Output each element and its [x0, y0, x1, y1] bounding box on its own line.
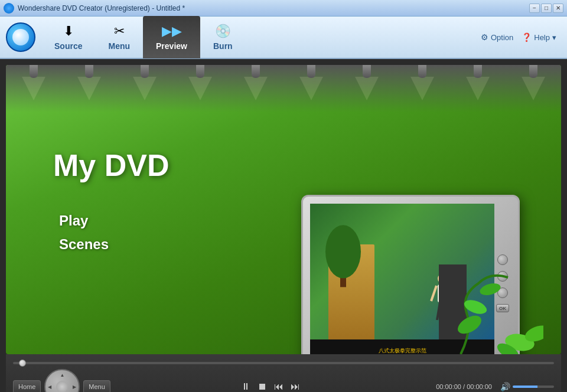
- gear-icon: ⚙: [481, 32, 488, 42]
- light-7: [359, 65, 375, 100]
- svg-point-8: [455, 312, 484, 338]
- nav-left-icon: ◀: [48, 384, 51, 390]
- light-5: [247, 65, 264, 100]
- light-2: [81, 65, 97, 100]
- progress-area: [13, 354, 554, 372]
- progress-track[interactable]: [13, 362, 554, 364]
- toolbar-right: ⚙ Option ❓ Help ▾: [481, 32, 556, 42]
- tab-source[interactable]: ⬇ Source: [41, 16, 95, 58]
- dvd-title: My DVD: [53, 148, 169, 183]
- light-1: [25, 65, 42, 100]
- app-logo: [6, 22, 35, 52]
- help-button[interactable]: ❓ Help ▾: [522, 32, 556, 42]
- home-button[interactable]: Home: [13, 380, 41, 392]
- svg-point-7: [325, 226, 361, 279]
- volume-icon: 🔊: [500, 382, 510, 391]
- dvd-menu-scenes[interactable]: Scenes: [59, 236, 109, 253]
- dvd-screen: My DVD Play Scenes: [6, 65, 561, 354]
- app-icon: [4, 3, 14, 14]
- burn-icon: 💿: [215, 24, 231, 39]
- nav-center[interactable]: [56, 381, 68, 392]
- prev-button[interactable]: ⏮: [272, 380, 286, 392]
- titlebar-buttons: − □ ✕: [529, 4, 563, 13]
- player-bottom: Home ▲ ▼ ◀ ▶ Menu ⏸ ⏹ ⏮ ⏭ 00:00:00 / 00:…: [6, 354, 561, 392]
- help-label: Help: [534, 33, 550, 42]
- tab-menu-label: Menu: [108, 41, 130, 51]
- playback-controls: ⏸ ⏹ ⏮ ⏭: [114, 380, 426, 392]
- light-9: [470, 65, 486, 100]
- nav-up-icon: ▲: [60, 373, 64, 378]
- menu-icon: ✂: [114, 24, 125, 39]
- player-container: My DVD Play Scenes: [0, 59, 567, 392]
- titlebar-title: Wondershare DVD Creator (Unregistered) -…: [18, 4, 529, 12]
- source-icon: ⬇: [63, 24, 74, 39]
- stop-button[interactable]: ⏹: [255, 380, 269, 392]
- tab-preview[interactable]: ▶▶ Preview: [143, 16, 200, 58]
- time-total: 00:00:00: [467, 383, 492, 390]
- dvd-menu-play[interactable]: Play: [59, 213, 88, 229]
- light-3: [136, 65, 153, 100]
- preview-icon: ▶▶: [162, 24, 182, 39]
- help-dropdown-icon: ▾: [552, 33, 556, 42]
- tab-source-label: Source: [54, 41, 82, 51]
- svg-point-10: [478, 282, 501, 298]
- nav-right-icon: ▶: [73, 384, 76, 390]
- light-4: [192, 65, 208, 100]
- toolbar: ⬇ Source ✂ Menu ▶▶ Preview 💿 Burn ⚙ Opti…: [0, 17, 567, 59]
- help-icon: ❓: [522, 32, 532, 42]
- tab-burn[interactable]: 💿 Burn: [200, 16, 246, 58]
- controls-row: Home ▲ ▼ ◀ ▶ Menu ⏸ ⏹ ⏮ ⏭ 00:00:00 / 00:…: [13, 372, 554, 392]
- volume-area: 🔊: [500, 382, 554, 391]
- maximize-button[interactable]: □: [541, 4, 552, 13]
- minimize-button[interactable]: −: [529, 4, 540, 13]
- titlebar: Wondershare DVD Creator (Unregistered) -…: [0, 0, 567, 17]
- option-button[interactable]: ⚙ Option: [481, 32, 513, 42]
- time-display: 00:00:00 / 00:00:00: [436, 383, 492, 390]
- close-button[interactable]: ✕: [553, 4, 563, 13]
- menu-button[interactable]: Menu: [83, 380, 110, 392]
- pause-button[interactable]: ⏸: [239, 380, 253, 392]
- vine-decoration: [413, 248, 543, 354]
- next-button[interactable]: ⏭: [288, 380, 302, 392]
- tab-menu[interactable]: ✂ Menu: [95, 16, 143, 58]
- light-8: [414, 65, 431, 100]
- option-label: Option: [491, 33, 513, 42]
- logo-inner: [12, 29, 29, 45]
- light-6: [303, 65, 320, 100]
- light-10: [525, 65, 542, 100]
- video-tree: [320, 210, 367, 305]
- tab-burn-label: Burn: [213, 41, 233, 51]
- time-current: 00:00:00: [436, 383, 461, 390]
- volume-track[interactable]: [513, 386, 554, 388]
- nav-disc[interactable]: ▲ ▼ ◀ ▶: [44, 369, 80, 392]
- tab-preview-label: Preview: [156, 41, 187, 51]
- stage-lights: [6, 65, 561, 112]
- progress-thumb[interactable]: [19, 360, 26, 367]
